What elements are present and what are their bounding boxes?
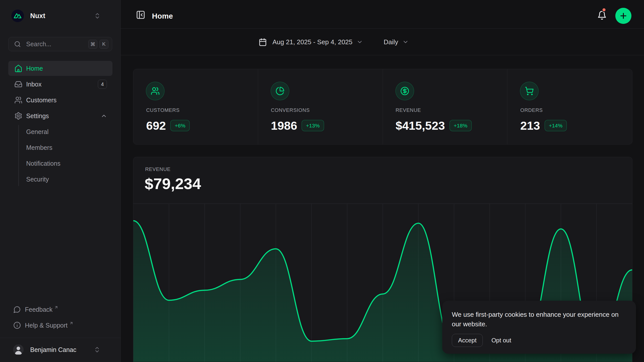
- search-input[interactable]: Search... ⌘ K: [8, 37, 112, 51]
- stat-label: REVENUE: [396, 107, 421, 113]
- users-icon: [146, 82, 165, 100]
- stat-value: 1986: [271, 119, 297, 132]
- side-link-label: Help & Support: [25, 322, 68, 329]
- cookie-banner: We use first-party cookies to enhance yo…: [442, 301, 636, 354]
- settings-subnav: General Members Notifications Security: [8, 124, 112, 188]
- sidebar-item-label: Customers: [26, 97, 57, 104]
- search-icon: [14, 41, 21, 48]
- chevron-up-icon: [101, 113, 107, 119]
- team-name: Nuxt: [30, 12, 45, 20]
- subnav-guide-line: [18, 125, 19, 186]
- opt-out-button[interactable]: Opt out: [491, 337, 511, 344]
- date-range-value: Aug 21, 2025 - Sep 4, 2025: [272, 38, 352, 46]
- chevrons-up-down-icon: [94, 346, 101, 353]
- message-circle-icon: [13, 306, 21, 313]
- granularity-value: Daily: [384, 38, 398, 46]
- stat-value: $415,523: [396, 119, 445, 132]
- filter-toolbar: Aug 21, 2025 - Sep 4, 2025 Daily: [121, 29, 644, 55]
- external-link-icon: [69, 321, 73, 325]
- sidebar-nav: Home Inbox 4 Customers Settings: [8, 61, 112, 124]
- user-menu[interactable]: Benjamin Canac: [6, 341, 115, 358]
- calendar-icon: [259, 38, 267, 46]
- k-kbd: K: [99, 40, 108, 49]
- external-link-icon: [54, 305, 58, 309]
- sidebar-item-label: Inbox: [26, 81, 42, 88]
- sidebar-item-customers[interactable]: Customers: [8, 93, 112, 108]
- cookie-message: We use first-party cookies to enhance yo…: [452, 310, 625, 329]
- page-title: Home: [152, 12, 173, 20]
- circle-dollar-icon: [395, 82, 414, 100]
- chevron-down-icon: [402, 39, 409, 45]
- main-header: [121, 0, 644, 29]
- inbox-count-badge: 4: [98, 80, 107, 89]
- add-button[interactable]: [615, 8, 631, 24]
- stat-delta-badge: +18%: [450, 120, 472, 131]
- revenue-chart-label: REVENUE: [145, 166, 171, 172]
- shopping-cart-icon: [520, 82, 539, 100]
- stats-row: CUSTOMERS 692 +6% CONVERSIONS 1986 +13% …: [133, 69, 632, 145]
- avatar: [13, 344, 24, 355]
- sidebar-item-general[interactable]: General: [8, 124, 112, 139]
- users-icon: [14, 96, 22, 104]
- stat-value: 692: [146, 119, 166, 132]
- chevron-down-icon: [356, 39, 363, 45]
- info-icon: [13, 322, 21, 329]
- notification-dot: [602, 8, 606, 12]
- help-support-link[interactable]: Help & Support: [8, 320, 112, 331]
- gear-icon: [14, 112, 22, 120]
- pie-chart-icon: [271, 82, 289, 100]
- sidebar-item-notifications[interactable]: Notifications: [8, 156, 112, 171]
- stat-delta-badge: +6%: [170, 120, 190, 131]
- panel-left-icon[interactable]: [136, 10, 145, 20]
- sidebar-item-security[interactable]: Security: [8, 172, 112, 187]
- stat-card-customers: CUSTOMERS 692 +6%: [133, 69, 258, 144]
- subnav-item-label: Security: [26, 176, 49, 183]
- stat-label: ORDERS: [520, 107, 543, 113]
- sidebar-item-label: Home: [26, 65, 43, 72]
- revenue-chart-total: $79,234: [145, 175, 201, 193]
- subnav-item-label: General: [26, 128, 49, 135]
- chevrons-up-down-icon: [94, 12, 101, 19]
- sidebar-item-members[interactable]: Members: [8, 140, 112, 155]
- sidebar-divider: [0, 338, 121, 338]
- user-name: Benjamin Canac: [30, 346, 76, 353]
- stat-card-revenue: REVENUE $415,523 +18%: [383, 69, 508, 144]
- bell-icon[interactable]: [597, 11, 607, 20]
- stat-card-orders: ORDERS 213 +14%: [507, 69, 632, 144]
- search-placeholder: Search...: [26, 40, 88, 48]
- sidebar-item-label: Settings: [26, 112, 49, 120]
- sidebar: Nuxt Search... ⌘ K Home: [0, 0, 121, 362]
- granularity-select[interactable]: Daily: [384, 35, 409, 49]
- plus-icon: [619, 12, 628, 20]
- inbox-icon: [14, 80, 22, 88]
- feedback-link[interactable]: Feedback: [8, 304, 112, 315]
- sidebar-item-settings[interactable]: Settings: [8, 108, 112, 123]
- stat-delta-badge: +13%: [302, 120, 324, 131]
- team-switcher[interactable]: Nuxt: [6, 8, 115, 24]
- dashboard-page: Nuxt Search... ⌘ K Home: [0, 0, 644, 362]
- sidebar-item-inbox[interactable]: Inbox 4: [8, 77, 112, 92]
- accept-button[interactable]: Accept: [452, 334, 483, 347]
- stat-value: 213: [520, 119, 540, 132]
- nuxt-logo-icon: [11, 10, 24, 22]
- sidebar-item-home[interactable]: Home: [8, 61, 112, 76]
- subnav-item-label: Members: [26, 144, 52, 151]
- home-icon: [14, 64, 22, 72]
- stat-label: CUSTOMERS: [146, 107, 180, 113]
- stat-card-conversions: CONVERSIONS 1986 +13%: [258, 69, 383, 144]
- stat-label: CONVERSIONS: [271, 107, 310, 113]
- side-link-label: Feedback: [25, 306, 53, 313]
- stat-delta-badge: +14%: [545, 120, 567, 131]
- date-range-picker[interactable]: Aug 21, 2025 - Sep 4, 2025: [257, 35, 363, 49]
- command-kbd: ⌘: [88, 40, 97, 49]
- subnav-item-label: Notifications: [26, 160, 60, 167]
